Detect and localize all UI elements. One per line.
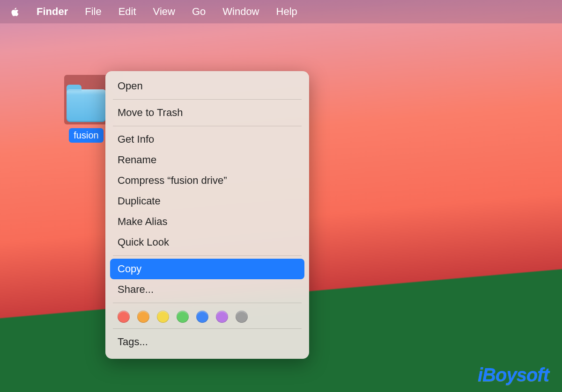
menu-item-share[interactable]: Share... <box>105 279 309 300</box>
menubar-item-view[interactable]: View <box>153 6 175 18</box>
menu-item-rename[interactable]: Rename <box>105 150 309 170</box>
menubar-item-window[interactable]: Window <box>222 6 259 18</box>
menu-item-copy[interactable]: Copy <box>110 259 304 279</box>
tag-dot-orange[interactable] <box>137 311 149 323</box>
menubar-item-file[interactable]: File <box>85 6 101 18</box>
menu-item-move-to-trash[interactable]: Move to Trash <box>105 102 309 123</box>
folder-icon <box>64 75 108 124</box>
tag-dot-gray[interactable] <box>236 311 248 323</box>
menu-separator <box>113 328 302 329</box>
tag-dot-blue[interactable] <box>196 311 208 323</box>
menu-item-tags[interactable]: Tags... <box>105 332 309 352</box>
menu-item-quick-look[interactable]: Quick Look <box>105 232 309 253</box>
menu-item-get-info[interactable]: Get Info <box>105 129 309 150</box>
menubar-item-edit[interactable]: Edit <box>118 6 136 18</box>
menu-separator <box>113 255 302 256</box>
menu-item-duplicate[interactable]: Duplicate <box>105 191 309 211</box>
tag-color-row <box>105 306 309 326</box>
menu-item-open[interactable]: Open <box>105 76 309 96</box>
menubar-item-help[interactable]: Help <box>276 6 297 18</box>
watermark: iBoysoft <box>478 364 549 385</box>
menubar-app-name[interactable]: Finder <box>37 6 68 18</box>
menubar-item-go[interactable]: Go <box>192 6 206 18</box>
menubar: Finder File Edit View Go Window Help <box>0 0 562 23</box>
apple-logo-icon[interactable] <box>9 6 20 18</box>
menu-item-make-alias[interactable]: Make Alias <box>105 211 309 232</box>
tag-dot-red[interactable] <box>118 311 130 323</box>
desktop-folder[interactable]: fusion <box>64 75 108 145</box>
context-menu: Open Move to Trash Get Info Rename Compr… <box>105 71 309 359</box>
folder-label[interactable]: fusion <box>69 128 103 143</box>
tag-dot-purple[interactable] <box>216 311 228 323</box>
menu-item-compress[interactable]: Compress “fusion drive” <box>105 170 309 191</box>
tag-dot-green[interactable] <box>177 311 189 323</box>
desktop[interactable]: Finder File Edit View Go Window Help fus… <box>0 0 562 392</box>
menu-separator <box>113 303 302 303</box>
menu-separator <box>113 99 302 100</box>
menu-separator <box>113 126 302 126</box>
tag-dot-yellow[interactable] <box>157 311 169 323</box>
